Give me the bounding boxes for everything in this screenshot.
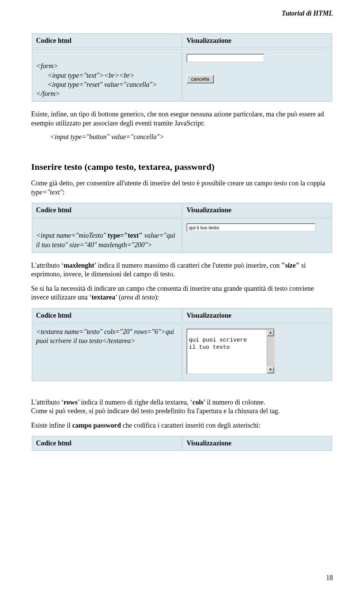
- code-line: <input type="text"><br><br>: [36, 71, 177, 80]
- textarea-scrollbar[interactable]: ▲ ▼: [267, 329, 274, 373]
- code-fragment-bold: type="text": [108, 232, 143, 239]
- text-fragment-bold: campo password: [72, 422, 121, 429]
- text-fragment: che codifica i caratteri inseriti con de…: [121, 422, 260, 429]
- table-header-code: Codice html: [32, 33, 182, 48]
- textarea-content: qui puoi scrivere il tuo testo: [189, 337, 247, 351]
- example3-visualization: qui puoi scrivere il tuo testo ▲ ▼: [182, 324, 332, 381]
- text-fragment: L'attributo ‘: [31, 262, 64, 269]
- text-fragment: ’ indica il numero di righe della textar…: [77, 398, 192, 406]
- paragraph-generic-button: Esiste, infine, un tipo di bottone gener…: [31, 110, 333, 128]
- code-line: <form>: [36, 62, 58, 70]
- example3-code: <textarea name="testo" cols="20" rows="6…: [32, 324, 182, 381]
- example-table-1: Codice html Visualizzazione <form> <inpu…: [31, 33, 333, 102]
- text-fragment: ’ (: [115, 293, 121, 301]
- scroll-down-icon[interactable]: ▼: [267, 367, 274, 373]
- code-fragment: <input name="mioTesto": [36, 232, 108, 239]
- text-fragment-bold: textarea: [91, 293, 115, 301]
- inline-code-button: <input type="button" value="cancella">: [50, 133, 333, 141]
- table-header-vis: Visualizzazione: [182, 308, 332, 323]
- text-fragment: Se si ha la necessità di indicare un cam…: [31, 285, 314, 301]
- paragraph-text-field-intro: Come già detto, per consentire all'utent…: [31, 179, 333, 197]
- example2-visualization: qui il tuo testo: [182, 218, 332, 253]
- text-fragment-italic: type="text": [31, 188, 63, 196]
- scroll-up-icon[interactable]: ▲: [267, 329, 274, 336]
- example1-text-input[interactable]: [187, 54, 264, 62]
- code-line: <input type="reset" value="cancella">: [36, 80, 177, 89]
- text-fragment: Esiste infine il: [31, 422, 72, 429]
- table-header-code: Codice html: [32, 203, 182, 218]
- text-fragment-bold: "size": [281, 262, 300, 269]
- text-fragment: L'attributo ‘: [31, 398, 64, 406]
- example-table-2: Codice html Visualizzazione <input name=…: [31, 202, 333, 254]
- example-table-3: Codice html Visualizzazione <textarea na…: [31, 307, 333, 382]
- text-fragment: :: [63, 188, 64, 196]
- paragraph-maxlength: L'attributo ‘maxlenght’ indica il numero…: [31, 261, 333, 279]
- example1-reset-button[interactable]: cancella: [187, 75, 214, 83]
- example2-code: <input name="mioTesto" type="text" value…: [32, 218, 182, 253]
- example1-visualization: cancella: [182, 49, 332, 102]
- paragraph-password-intro: Esiste infine il campo password che codi…: [31, 421, 333, 430]
- text-fragment: ):: [155, 293, 159, 301]
- section-title-insert-text: Inserire testo (campo testo, textarea, p…: [31, 162, 333, 172]
- example3-textarea[interactable]: qui puoi scrivere il tuo testo ▲ ▼: [187, 329, 275, 374]
- text-fragment-bold: rows: [64, 398, 78, 406]
- paragraph-rows-cols: L'attributo ‘rows’ indica il numero di r…: [31, 389, 333, 416]
- table-header-code: Codice html: [32, 308, 182, 323]
- table-header-vis: Visualizzazione: [182, 203, 332, 218]
- example2-text-input[interactable]: qui il tuo testo: [187, 223, 315, 232]
- example1-code: <form> <input type="text"><br><br><input…: [32, 49, 182, 102]
- example-table-4: Codice html Visualizzazione: [31, 435, 333, 451]
- paragraph-textarea-intro: Se si ha la necessità di indicare un cam…: [31, 284, 333, 302]
- code-line: </form>: [36, 90, 60, 97]
- text-fragment-italic: area di testo: [121, 293, 155, 301]
- table-header-vis: Visualizzazione: [182, 33, 332, 48]
- text-fragment: Come già detto, per consentire all'utent…: [31, 179, 325, 187]
- table-header-vis: Visualizzazione: [182, 436, 332, 451]
- page-number: 18: [326, 574, 333, 582]
- table-header-code: Codice html: [32, 436, 182, 451]
- page-header-title: Tutorial di HTML: [31, 9, 333, 17]
- text-fragment-bold: cols: [192, 398, 203, 406]
- text-fragment-bold: maxlenght: [64, 262, 94, 269]
- text-fragment: ’ indica il numero massimo di caratteri …: [94, 262, 281, 269]
